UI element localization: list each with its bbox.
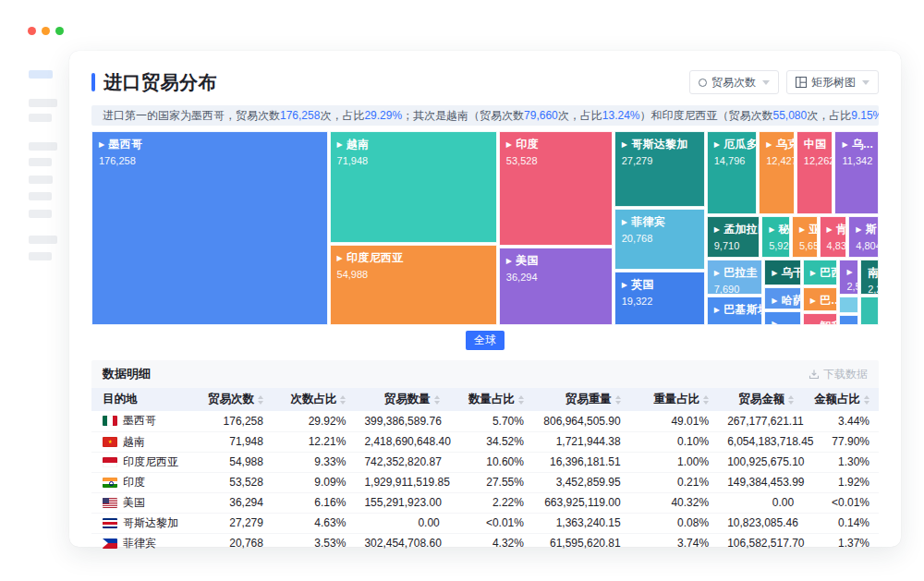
treemap-node-孟加拉国[interactable]: ▶孟加拉国9,710: [707, 216, 760, 258]
column-header-8[interactable]: 金额占比: [803, 388, 879, 411]
sort-icon[interactable]: [703, 395, 709, 405]
treemap-node-英国[interactable]: ▶英国19,322: [614, 272, 705, 325]
expand-icon: ▶: [714, 225, 720, 234]
treemap-node-巴...[interactable]: ▶巴...: [803, 287, 838, 311]
metric-select[interactable]: 贸易次数: [689, 70, 779, 94]
chart-type-select[interactable]: 矩形树图: [786, 70, 879, 94]
column-header-7[interactable]: 贸易金额: [718, 388, 803, 411]
value-cell: 77.90%: [803, 431, 879, 452]
expand-icon: ▶: [622, 218, 627, 226]
destination-cell: 印度尼西亚: [91, 452, 190, 472]
treemap-node-哥斯达黎加[interactable]: ▶哥斯达黎加27,279: [614, 131, 705, 207]
sidebar-skeleton-item: [29, 192, 52, 200]
expand-icon: ▶: [714, 269, 720, 277]
sidebar-skeleton-item: [29, 210, 52, 218]
treemap-node-肯[interactable]: ▶肯4,836: [820, 216, 847, 258]
treemap-node-巴西[interactable]: ▶巴西: [803, 260, 838, 285]
value-cell: 27.55%: [449, 472, 533, 492]
expand-icon: ▶: [769, 225, 774, 234]
treemap-node-越南[interactable]: ▶越南71,948: [330, 131, 497, 243]
sort-icon[interactable]: [864, 395, 869, 405]
column-header-0: 目的地: [91, 388, 190, 411]
value-cell: 0.10%: [630, 431, 718, 452]
treemap-node-菲律宾[interactable]: ▶菲律宾20,768: [614, 209, 705, 270]
global-scope-button[interactable]: 全球: [466, 331, 505, 350]
chevron-down-icon: [762, 80, 770, 85]
treemap-node-斯[interactable]: ▶斯4,804: [848, 216, 879, 258]
expand-icon: ▶: [622, 140, 627, 149]
treemap-node-block-21[interactable]: ▶: [764, 311, 801, 325]
flag-icon-vn: [103, 437, 117, 447]
treemap-node-印度[interactable]: ▶印度53,528: [499, 131, 613, 246]
treemap-node-印度尼西亚[interactable]: ▶印度尼西亚54,988: [330, 245, 497, 325]
column-label: 次数占比: [290, 393, 336, 405]
table-row: 越南71,94812.21%2,418,690,648.4034.52%1,72…: [91, 431, 879, 452]
treemap-node-南[interactable]: 南2,2: [860, 260, 879, 295]
treemap-node-block-25[interactable]: ▶2,5: [839, 260, 858, 295]
summary-segment: 次，占比: [807, 109, 851, 122]
column-header-3[interactable]: 贸易数量: [355, 388, 448, 411]
column-label: 贸易次数: [208, 393, 254, 405]
value-cell: 1,363,240.15: [533, 513, 630, 533]
table-header-row: 目的地贸易次数次数占比贸易数量数量占比贸易重量重量占比贸易金额金额占比: [91, 388, 879, 411]
sort-icon[interactable]: [340, 395, 346, 405]
treemap-node-智利[interactable]: ▶智利: [803, 313, 838, 325]
sort-icon[interactable]: [615, 395, 621, 405]
treemap-node-block-29[interactable]: [860, 297, 879, 325]
column-label: 重量占比: [653, 393, 699, 405]
treemap-node-乌干达[interactable]: ▶乌干达: [764, 260, 801, 285]
column-header-6[interactable]: 重量占比: [630, 388, 718, 411]
expand-icon: ▶: [714, 140, 720, 149]
treemap-node-美国[interactable]: ▶美国36,294: [499, 248, 613, 325]
sort-icon[interactable]: [258, 395, 263, 405]
sort-icon[interactable]: [518, 395, 524, 405]
treemap-node-label: ▶孟加拉国: [714, 222, 759, 237]
minimize-button[interactable]: [42, 27, 50, 35]
sort-icon[interactable]: [788, 395, 794, 405]
treemap-node-label: ▶美国: [506, 253, 612, 269]
treemap-node-乌克兰[interactable]: ▶乌克兰12,427: [759, 131, 795, 214]
section-header: 数据明细 下载数据: [91, 360, 879, 388]
expand-icon: ▶: [799, 225, 805, 234]
treemap-node-乌...[interactable]: ▶乌...11,342: [834, 131, 879, 214]
treemap-node-亚[interactable]: ▶亚5,650: [792, 216, 818, 258]
flag-icon-in: [103, 478, 117, 488]
country-name: 美国: [123, 495, 145, 511]
destination-cell: 美国: [91, 492, 190, 513]
download-data-button[interactable]: 下载数据: [808, 367, 868, 382]
flag-icon-id: [103, 457, 117, 467]
treemap-node-厄瓜多尔[interactable]: ▶厄瓜多尔14,796: [707, 131, 757, 214]
value-cell: 106,582,517.70: [718, 533, 803, 553]
summary-segment: 79,660: [524, 109, 558, 122]
window-controls: [28, 27, 64, 35]
summary-segment: 9.15%: [851, 109, 879, 122]
close-button[interactable]: [28, 27, 36, 35]
value-cell: 149,384,453.99: [718, 472, 803, 492]
treemap-node-巴拉圭[interactable]: ▶巴拉圭7,690: [707, 260, 762, 295]
zoom-button[interactable]: [55, 27, 64, 35]
value-cell: 1.30%: [803, 452, 879, 472]
value-cell: 155,291,923.00: [355, 492, 448, 513]
treemap-node-中国[interactable]: 中国12,262: [796, 131, 833, 214]
sidebar-skeleton-item: [29, 158, 52, 166]
treemap-node-block-28[interactable]: ▶: [839, 315, 858, 325]
sort-icon[interactable]: [434, 395, 440, 405]
country-name: 印度尼西亚: [123, 454, 178, 470]
sidebar-skeleton-item: [29, 142, 57, 151]
treemap-node-秘鲁[interactable]: ▶秘鲁5,924: [761, 216, 790, 258]
column-header-5[interactable]: 贸易重量: [533, 388, 630, 411]
value-cell: 1.37%: [803, 533, 879, 553]
treemap-node-value: 71,948: [337, 155, 496, 166]
treemap-node-block-27[interactable]: [839, 297, 858, 313]
treemap-node-巴基斯坦[interactable]: ▶巴基斯坦: [707, 297, 762, 325]
treemap-node-哈萨...[interactable]: ▶哈萨...: [764, 287, 801, 309]
data-table: 目的地贸易次数次数占比贸易数量数量占比贸易重量重量占比贸易金额金额占比 墨西哥1…: [91, 388, 879, 553]
column-header-1[interactable]: 贸易次数: [190, 388, 273, 411]
country-name: 哥斯达黎加: [123, 515, 178, 531]
value-cell: 302,454,708.60: [355, 533, 448, 553]
treemap-node-墨西哥[interactable]: ▶墨西哥176,258: [91, 131, 328, 325]
column-header-2[interactable]: 次数占比: [273, 388, 355, 411]
value-cell: 4.32%: [449, 533, 533, 553]
column-header-4[interactable]: 数量占比: [449, 388, 533, 411]
summary-segment: 进口第一的国家为墨西哥，贸易次数: [103, 109, 280, 122]
